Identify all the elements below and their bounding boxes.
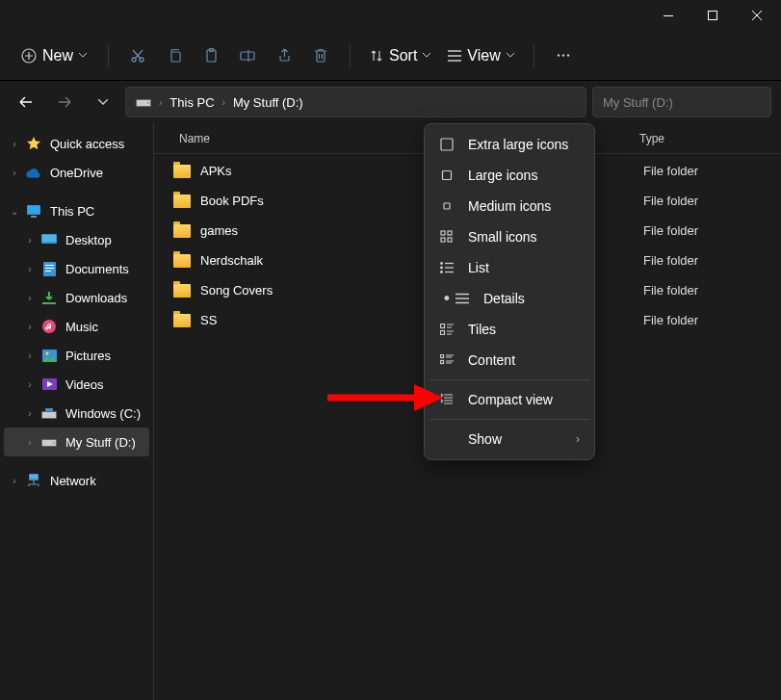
sidebar-item-documents[interactable]: › Documents (4, 254, 149, 283)
menu-small-icons[interactable]: Small icons (430, 221, 589, 252)
address-bar[interactable]: › This PC › My Stuff (D:) (125, 87, 586, 117)
sidebar-item-network[interactable]: › Network (4, 466, 149, 495)
menu-content[interactable]: Content (430, 345, 589, 376)
copy-button[interactable] (157, 39, 192, 73)
svg-point-34 (53, 442, 55, 444)
breadcrumb-pc[interactable]: This PC (169, 95, 214, 110)
cloud-icon (25, 164, 42, 181)
close-button[interactable] (735, 0, 779, 31)
breadcrumb-drive[interactable]: My Stuff (D:) (233, 95, 303, 110)
svg-rect-38 (443, 171, 452, 180)
sidebar-item-thispc[interactable]: ⌄ This PC (4, 196, 149, 225)
sort-button[interactable]: Sort (362, 41, 438, 70)
sidebar-item-pictures[interactable]: › Pictures (4, 341, 149, 370)
sidebar-item-desktop[interactable]: › Desktop (4, 225, 149, 254)
svg-rect-36 (30, 475, 38, 479)
svg-rect-16 (28, 206, 39, 213)
rename-button[interactable] (230, 39, 265, 73)
pictures-icon (40, 347, 58, 364)
cut-button[interactable] (120, 39, 155, 73)
menu-separator (430, 379, 589, 380)
recent-button[interactable] (87, 87, 119, 117)
back-button[interactable] (10, 87, 42, 117)
sidebar-item-videos[interactable]: › Videos (4, 370, 149, 399)
search-input[interactable]: My Stuff (D:) (592, 87, 771, 117)
folder-icon (173, 254, 191, 268)
toolbar: New Sort View (0, 31, 781, 81)
folder-icon (173, 165, 191, 178)
chevron-right-icon: › (576, 432, 580, 446)
separator (350, 44, 351, 67)
folder-icon (173, 194, 191, 208)
more-button[interactable] (546, 39, 581, 73)
view-button[interactable]: View (440, 41, 521, 70)
forward-button[interactable] (48, 87, 81, 117)
menu-details[interactable]: • Details (430, 283, 589, 314)
svg-rect-40 (441, 231, 445, 235)
menu-list[interactable]: List (430, 252, 589, 283)
chevron-down-icon (507, 53, 514, 58)
sidebar-item-windows-c[interactable]: › Windows (C:) (4, 399, 149, 428)
svg-rect-23 (45, 271, 51, 272)
chevron-right-icon: › (23, 322, 37, 332)
view-icon (448, 50, 461, 62)
sidebar-label: Downloads (65, 291, 127, 305)
chevron-right-icon: › (23, 235, 37, 246)
xl-icons-icon (439, 137, 455, 152)
small-icons-icon (439, 229, 455, 245)
sidebar-label: OneDrive (50, 166, 103, 180)
sidebar-item-quick[interactable]: › Quick access (4, 129, 149, 158)
videos-icon (40, 376, 58, 393)
delete-button[interactable] (303, 39, 338, 73)
compact-icon (439, 392, 455, 407)
paste-button[interactable] (194, 39, 228, 73)
chevron-right-icon: › (23, 379, 37, 390)
sidebar-label: This PC (50, 204, 94, 219)
content-icon (439, 352, 455, 368)
list-icon (439, 260, 455, 275)
sidebar-item-onedrive[interactable]: › OneDrive (4, 158, 149, 187)
network-icon (25, 472, 42, 489)
svg-rect-39 (444, 203, 450, 209)
minimize-button[interactable] (646, 0, 690, 31)
menu-separator (430, 419, 589, 420)
menu-tiles[interactable]: Tiles (430, 314, 589, 345)
sidebar-label: Network (50, 474, 96, 488)
new-button[interactable]: New (12, 41, 96, 70)
svg-point-10 (562, 54, 564, 56)
folder-icon (173, 314, 191, 327)
separator (108, 44, 109, 67)
sidebar-item-downloads[interactable]: › Downloads (4, 283, 149, 312)
details-icon (455, 291, 470, 306)
pc-icon (25, 202, 42, 220)
main: › Quick access › OneDrive ⌄ This PC › De… (0, 123, 781, 700)
svg-point-3 (132, 58, 136, 62)
maximize-button[interactable] (690, 0, 735, 31)
chevron-right-icon: › (222, 97, 225, 108)
view-button-label: View (467, 47, 500, 65)
menu-compact-view[interactable]: Compact view (430, 384, 589, 415)
folder-icon (173, 224, 191, 238)
new-button-label: New (42, 47, 73, 65)
menu-large-icons[interactable]: Large icons (430, 160, 589, 191)
chevron-right-icon: › (23, 293, 37, 303)
menu-extra-large-icons[interactable]: Extra large icons (430, 129, 589, 160)
music-icon (40, 318, 58, 335)
chevron-right-icon: › (8, 476, 21, 486)
chevron-right-icon: › (8, 168, 21, 178)
titlebar (0, 0, 781, 31)
menu-show[interactable]: Show › (430, 424, 589, 454)
chevron-down-icon (423, 53, 430, 58)
svg-rect-22 (45, 268, 54, 269)
chevron-right-icon: › (23, 437, 37, 448)
chevron-down-icon (79, 53, 87, 58)
svg-point-9 (558, 54, 560, 56)
search-placeholder: My Stuff (D:) (603, 95, 673, 110)
menu-medium-icons[interactable]: Medium icons (430, 191, 589, 221)
share-button[interactable] (267, 39, 301, 73)
chevron-right-icon: › (23, 350, 37, 361)
column-type[interactable]: Type (626, 132, 664, 145)
sidebar-item-music[interactable]: › Music (4, 312, 149, 341)
folder-icon (173, 284, 191, 298)
sidebar-item-mystuff-d[interactable]: › My Stuff (D:) (4, 428, 149, 456)
